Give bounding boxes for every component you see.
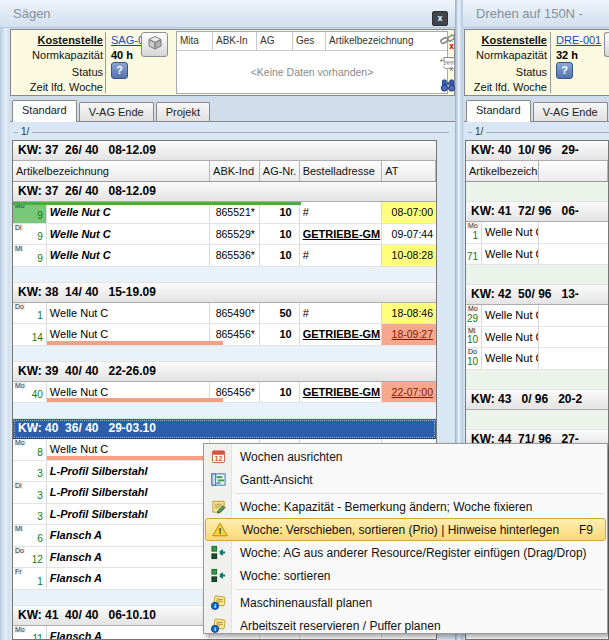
late-bar — [47, 341, 223, 345]
kostenstelle-label: Kostenstelle — [15, 34, 103, 46]
day-label: Mo — [467, 305, 479, 312]
column-header[interactable]: AG-Nr. — [260, 161, 300, 181]
day-cell: Do12 — [13, 547, 47, 568]
order-row[interactable]: Mo40Welle Nut C865456*10GETRIEBE-GM22-07… — [13, 382, 436, 404]
bestelladresse-value[interactable]: GETRIEBE-GM — [300, 324, 383, 345]
column-header[interactable]: Bestelladresse — [300, 161, 383, 181]
right-tab-v-ag-ende[interactable]: V-AG Ende — [533, 102, 608, 122]
order-row[interactable]: Mo1Welle Nut C — [466, 222, 608, 244]
week-band[interactable]: KW: 42 50/ 96 13- — [466, 285, 608, 305]
grid-column-header[interactable]: Artikelbezeichnung — [326, 32, 447, 50]
order-row[interactable]: 71Welle Nut C — [466, 244, 608, 266]
bestelladresse-value[interactable]: GETRIEBE-GM — [300, 382, 383, 403]
quantity-value: 9 — [37, 231, 43, 242]
column-header[interactable]: AT — [382, 161, 436, 181]
empty-row[interactable] — [466, 410, 608, 430]
column-header[interactable]: Artikelbezeichnung — [13, 161, 210, 181]
binoculars-icon[interactable] — [440, 77, 456, 93]
ag-nr-value: 10 — [260, 324, 300, 345]
unlink-icon[interactable]: x — [440, 33, 456, 49]
column-header[interactable] — [539, 161, 608, 181]
right-panel-titlebar: Drehen auf 150N - Halle 1 — [463, 0, 609, 28]
add-rows-icon[interactable]: +x — [440, 55, 456, 71]
order-row[interactable]: Mo29Welle Nut C — [466, 305, 608, 327]
empty-row[interactable] — [466, 265, 608, 285]
right-tab-bar: StandardV-AG EndePro — [466, 100, 609, 122]
day-label: Do — [467, 348, 478, 355]
menu-item[interactable]: iMaschinenausfall planen — [204, 591, 607, 614]
insert-rows-icon — [204, 545, 232, 560]
week-band[interactable]: KW: 41 72/ 96 06- — [466, 202, 608, 222]
status-help-button[interactable]: ? — [111, 62, 128, 79]
bestelladresse-value[interactable]: GETRIEBE-GM — [300, 224, 383, 245]
right-tab-standard[interactable]: Standard — [466, 100, 531, 122]
kostenstelle-label: Kostenstelle — [467, 34, 547, 46]
column-header[interactable]: Artikelbezeichnung — [466, 161, 539, 181]
menu-item[interactable]: Woche: sortieren — [204, 564, 607, 587]
zeit-lfd-woche-label: Zeit lfd. Woche — [467, 81, 547, 93]
cube-button[interactable] — [604, 32, 609, 57]
table-column-header-row: Artikelbezeichnung — [466, 161, 608, 182]
plan-info-icon: i — [204, 595, 232, 610]
order-row[interactable]: Di9Welle Nut C865529*10GETRIEBE-GM09-07:… — [13, 224, 436, 246]
grid-empty-message: <Keine Daten vorhanden> — [177, 51, 447, 93]
zeit-lfd-woche-label: Zeit lfd. Woche — [15, 81, 103, 93]
grid-column-header[interactable]: ABK-In — [213, 32, 257, 50]
quantity-value: 1 — [472, 230, 478, 241]
grid-column-header[interactable]: Ges — [293, 32, 326, 50]
menu-item-label: Gantt-Ansicht — [232, 473, 313, 487]
row-filler — [539, 305, 608, 326]
article-name: Welle Nut C — [47, 245, 210, 266]
menu-item-label: Woche: AG aus anderer Resource/Register … — [232, 546, 587, 560]
empty-row[interactable] — [13, 267, 436, 283]
grid-column-header[interactable]: Mita — [177, 32, 213, 50]
close-icon[interactable]: x — [432, 11, 448, 26]
order-row[interactable]: Mi10Welle Nut C — [466, 327, 608, 349]
order-row[interactable]: 14Welle Nut C865456*10GETRIEBE-GM18-09:2… — [13, 324, 436, 346]
kostenstelle-link[interactable]: DRE-001 — [556, 34, 601, 46]
week-band[interactable]: KW: 37 26/ 40 08-12.09 — [13, 182, 436, 202]
order-row[interactable]: Do1Welle Nut C865490*50#18-08:46 — [13, 303, 436, 325]
menu-item[interactable]: 12Wochen ausrichten — [204, 445, 607, 468]
grid-column-header[interactable]: AG — [257, 32, 293, 50]
empty-row[interactable] — [466, 182, 608, 202]
menu-item[interactable]: !Woche: Verschieben, sortieren (Prio) | … — [205, 518, 606, 541]
week-band[interactable]: KW: 38 14/ 40 15-19.09 — [13, 283, 436, 303]
order-row[interactable]: Do10Welle Nut C — [466, 348, 608, 370]
cube-button[interactable] — [141, 32, 168, 57]
empty-row[interactable] — [13, 346, 436, 362]
menu-item-label: Wochen ausrichten — [232, 450, 343, 464]
menu-item[interactable]: iArbeitszeit reservieren / Puffer planen — [204, 614, 607, 637]
column-header[interactable]: ABK-Ind — [210, 161, 260, 181]
empty-row[interactable] — [13, 403, 436, 419]
ag-nr-value: 10 — [260, 224, 300, 245]
context-menu: 12Wochen ausrichtenGantt-AnsichtWoche: K… — [203, 443, 608, 634]
day-label: Mi — [14, 245, 23, 252]
order-row[interactable]: Mi9Welle Nut C865536*10#10-08:28 — [13, 245, 436, 267]
order-row[interactable]: Mo9Welle Nut C865521*10#08-07:00 — [13, 202, 436, 224]
day-label: Fr — [14, 568, 23, 575]
status-help-button[interactable]: ? — [556, 62, 573, 79]
agent-grid: MitaABK-InAGGesArtikelbezeichnung <Keine… — [176, 31, 448, 94]
menu-item[interactable]: Woche: AG aus anderer Resource/Register … — [204, 541, 607, 564]
article-name: Welle Nut C — [47, 303, 210, 324]
quantity-value: 1 — [37, 576, 43, 587]
article-name: Flansch A — [47, 547, 210, 568]
week-band[interactable]: KW: 43 0/ 96 20-2 — [466, 390, 608, 410]
week-band[interactable]: KW: 39 40/ 40 22-26.09 — [13, 362, 436, 382]
quantity-value: 9 — [37, 210, 43, 221]
left-tab-projekt[interactable]: Projekt — [156, 102, 210, 122]
left-tab-standard[interactable]: Standard — [12, 100, 77, 122]
left-tab-v-ag-ende[interactable]: V-AG Ende — [79, 102, 154, 122]
article-name: Welle Nut C — [47, 202, 210, 223]
menu-item[interactable]: Woche: Kapazität - Bemerkung ändern; Woc… — [204, 495, 607, 518]
menu-item[interactable]: Gantt-Ansicht — [204, 468, 607, 491]
menu-item-shortcut: F9 — [579, 523, 605, 537]
ag-nr-value: 10 — [260, 202, 300, 223]
article-name: Welle Nut C — [482, 305, 539, 326]
late-bar — [47, 398, 223, 402]
empty-row[interactable] — [466, 370, 608, 390]
article-name: L-Profil Silberstahl — [47, 461, 210, 482]
article-name: L-Profil Silberstahl — [47, 482, 210, 503]
week-band[interactable]: KW: 40 36/ 40 29-03.10 — [13, 419, 436, 439]
